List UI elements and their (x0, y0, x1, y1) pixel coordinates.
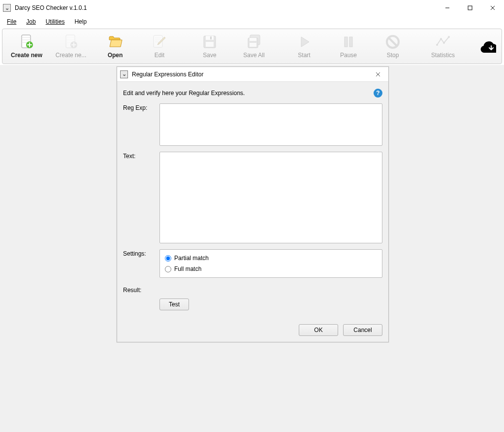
toolbar-label: Save (203, 52, 216, 59)
settings-box: Partial match Full match (159, 249, 382, 278)
toolbar-label: Pause (340, 52, 357, 59)
partial-match-radio[interactable] (165, 255, 171, 262)
toolbar-save-all[interactable]: Save All (232, 32, 276, 61)
toolbar-label: Statistics (431, 52, 455, 59)
svg-point-24 (448, 36, 450, 38)
save-all-icon (246, 34, 262, 50)
new-document-icon (19, 34, 34, 50)
cloud-download-icon (480, 38, 496, 54)
text-label: Text: (123, 152, 159, 243)
ok-button[interactable]: OK (299, 324, 338, 336)
window-controls (436, 0, 504, 16)
settings-label: Settings: (123, 249, 159, 278)
test-button[interactable]: Test (159, 299, 189, 310)
toolbar-pause[interactable]: Pause (326, 32, 371, 61)
menu-bar: File Job Utilities Help (0, 16, 504, 28)
dialog-icon: ⌄ (120, 70, 128, 78)
menu-file[interactable]: File (2, 17, 21, 27)
new-network-icon (63, 34, 79, 50)
edit-icon (152, 34, 167, 50)
folder-open-icon (107, 34, 123, 50)
svg-point-21 (436, 44, 438, 46)
app-icon: ⌄ (3, 4, 11, 12)
test-button-row: Test (123, 299, 382, 310)
regex-editor-dialog: ⌄ Regular Expressions Editor Edit and ve… (117, 66, 389, 342)
toolbar: Create new Create ne... Open Edit (2, 29, 502, 64)
svg-rect-10 (206, 36, 214, 40)
toolbar-start[interactable]: Start (282, 32, 326, 61)
client-area: ⌄ Regular Expressions Editor Edit and ve… (0, 65, 504, 432)
save-icon (202, 34, 218, 50)
full-match-radio[interactable] (165, 266, 171, 272)
partial-match-option[interactable]: Partial match (164, 253, 378, 264)
partial-match-label: Partial match (174, 255, 209, 262)
svg-rect-12 (210, 36, 212, 39)
toolbar-statistics[interactable]: Statistics (421, 32, 465, 61)
svg-rect-1 (468, 6, 472, 10)
toolbar-edit[interactable]: Edit (137, 32, 182, 61)
toolbar-create-new[interactable]: Create new (4, 32, 49, 61)
dialog-subtitle: Edit and verify here your Regular Expres… (123, 90, 245, 97)
stop-icon (385, 34, 401, 50)
minimize-button[interactable] (436, 0, 459, 16)
maximize-button[interactable] (459, 0, 481, 16)
svg-point-23 (443, 42, 445, 44)
result-label: Result: (123, 286, 159, 294)
svg-rect-17 (345, 37, 347, 47)
regexp-input[interactable] (159, 103, 382, 146)
svg-line-20 (389, 38, 397, 46)
settings-row: Settings: Partial match Full match (123, 249, 382, 278)
svg-rect-16 (250, 43, 256, 47)
toolbar-label: Create ne... (56, 52, 87, 59)
app-title: Darcy SEO Checker v.1.0.1 (15, 4, 87, 11)
dialog-title: Regular Expressions Editor (132, 71, 203, 78)
toolbar-cloud-download[interactable] (471, 32, 504, 61)
toolbar-save[interactable]: Save (188, 32, 232, 61)
dialog-body: Edit and verify here your Regular Expres… (117, 82, 388, 342)
toolbar-label: Stop (387, 52, 399, 59)
statistics-icon (435, 34, 451, 50)
menu-help[interactable]: Help (69, 17, 92, 27)
toolbar-stop[interactable]: Stop (371, 32, 415, 61)
text-row: Text: (123, 152, 382, 243)
menu-job[interactable]: Job (21, 17, 40, 27)
toolbar-label: Save All (243, 52, 264, 59)
main-window: ⌄ Darcy SEO Checker v.1.0.1 File Job Uti… (0, 0, 504, 432)
title-bar: ⌄ Darcy SEO Checker v.1.0.1 (0, 0, 504, 16)
dialog-close-button[interactable] (371, 67, 385, 81)
result-row: Result: (123, 286, 382, 294)
svg-rect-11 (206, 42, 214, 47)
regexp-label: Reg Exp: (123, 103, 159, 146)
close-button[interactable] (481, 0, 504, 16)
svg-rect-18 (349, 37, 352, 47)
cancel-button[interactable]: Cancel (343, 324, 382, 336)
play-icon (296, 34, 312, 50)
dialog-subtitle-row: Edit and verify here your Regular Expres… (123, 86, 382, 100)
toolbar-label: Start (298, 52, 310, 59)
text-input[interactable] (159, 152, 382, 243)
menu-utilities[interactable]: Utilities (41, 17, 70, 27)
pause-icon (341, 34, 356, 50)
full-match-option[interactable]: Full match (164, 264, 378, 274)
regexp-row: Reg Exp: (123, 103, 382, 146)
dialog-title-bar: ⌄ Regular Expressions Editor (117, 67, 388, 82)
toolbar-label: Edit (155, 52, 165, 59)
toolbar-create-net[interactable]: Create ne... (49, 32, 93, 61)
toolbar-open[interactable]: Open (93, 32, 137, 61)
full-match-label: Full match (174, 266, 201, 272)
svg-point-22 (440, 38, 442, 40)
dialog-footer: OK Cancel (123, 324, 382, 336)
toolbar-label: Create new (11, 52, 42, 59)
toolbar-label: Open (108, 52, 123, 59)
help-icon[interactable]: ? (374, 89, 382, 98)
svg-rect-15 (250, 38, 256, 41)
